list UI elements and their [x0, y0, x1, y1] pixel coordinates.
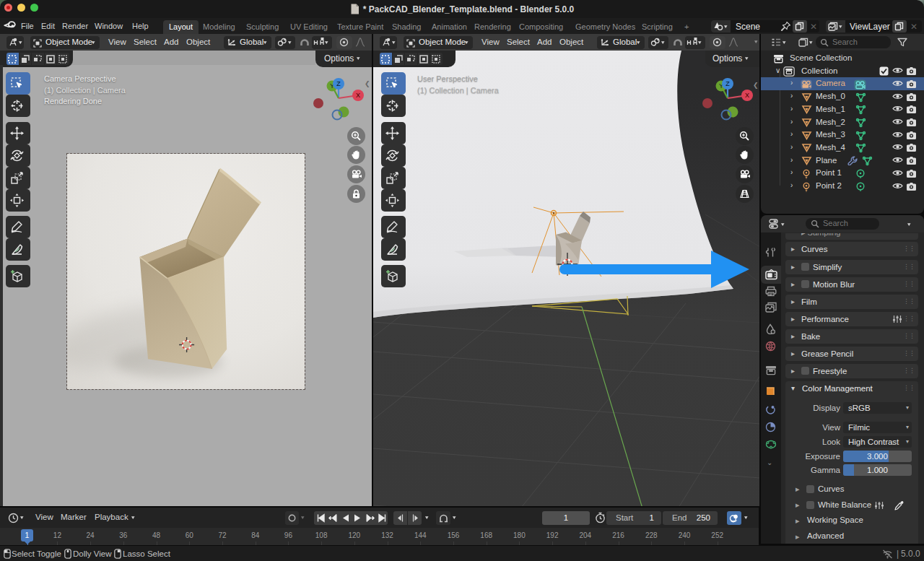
svg-text:Z: Z — [336, 80, 341, 87]
svg-text:X: X — [356, 92, 360, 99]
svg-text:X: X — [745, 92, 749, 99]
svg-text:Z: Z — [725, 80, 730, 87]
